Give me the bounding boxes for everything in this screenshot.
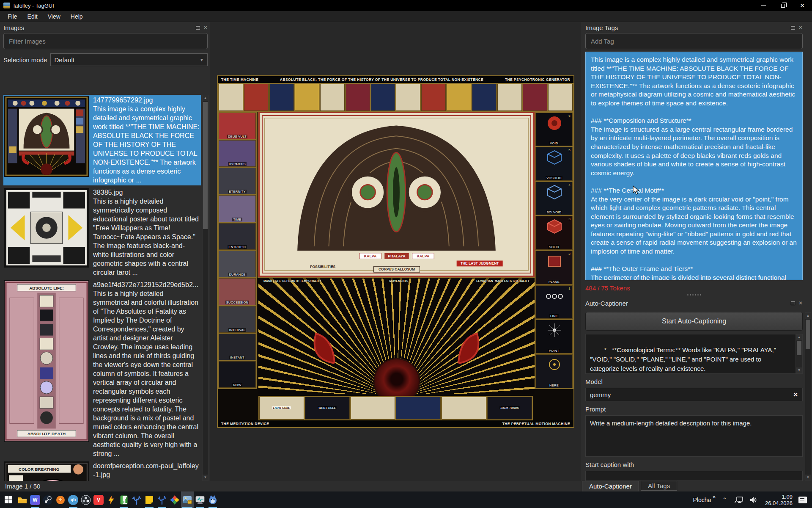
list-item[interactable]: COLOR BREATHING doorofperception.com-pau… — [3, 461, 201, 481]
scroll-up-icon[interactable]: ▲ — [203, 95, 208, 101]
scrollbar-handle[interactable] — [806, 320, 810, 349]
tab-auto-captioner[interactable]: Auto-Captioner — [582, 481, 639, 491]
svg-text:PRALAYA: PRALAYA — [388, 254, 406, 258]
model-select[interactable]: gemmy ✕ — [585, 388, 803, 401]
artwork-title-bottom-left: THE MEDITATION DEVICE — [221, 422, 269, 426]
image-list-scrollbar[interactable]: ▲ ▼ — [202, 95, 208, 481]
menu-bar: File Edit View Help — [0, 11, 812, 22]
float-panel-icon[interactable] — [791, 26, 795, 30]
list-item[interactable]: 1477799657292.jpg This image is a comple… — [3, 95, 201, 185]
window-title: lafolley - TagGUI — [14, 3, 54, 9]
show-hidden-icons[interactable]: ⌃ — [722, 497, 727, 503]
start-button[interactable] — [0, 491, 16, 508]
obs-studio-icon[interactable] — [80, 491, 92, 508]
winamp-icon[interactable] — [105, 491, 118, 508]
thumbnail: ABSOLUTE LIFE: ABSOLUTE DEATH — [4, 280, 89, 442]
taskbar: W qb V — [0, 491, 812, 508]
coral-app-2-icon[interactable] — [156, 491, 168, 508]
app-icon — [3, 3, 10, 8]
float-panel-icon[interactable] — [791, 301, 795, 305]
notification-center-icon[interactable] — [798, 497, 807, 503]
model-label: Model — [585, 378, 803, 385]
artwork-title-bottom-right: THE PERPETUAL MOTION MACHINE — [502, 422, 570, 426]
scroll-up-icon[interactable]: ▲ — [796, 334, 802, 340]
scroll-up-icon[interactable]: ▲ — [805, 313, 811, 319]
xnview-icon[interactable] — [54, 491, 67, 508]
mascot-app-icon[interactable] — [206, 491, 219, 508]
list-item[interactable]: 38385.jpg This is a highly detailed symm… — [3, 187, 201, 278]
item-filename: a9ae1f4d372e7129152d29ed5b2... — [93, 280, 200, 289]
svg-text:POSSIBILITIES: POSSIBILITIES — [310, 265, 336, 269]
start-auto-captioning-button[interactable]: Start Auto-Captioning — [585, 312, 803, 331]
vivaldi-icon[interactable]: V — [92, 491, 105, 508]
taggui-taskbar-icon[interactable] — [181, 491, 194, 508]
sticky-notes-icon[interactable] — [143, 491, 156, 508]
selection-mode-select[interactable]: Default ▼ — [50, 53, 208, 66]
menu-help[interactable]: Help — [66, 12, 87, 21]
close-panel-icon[interactable]: ✕ — [203, 25, 208, 30]
artwork-title-top-right: THE PSYCHOTRONIC GENERATOR — [505, 77, 570, 82]
qbittorrent-icon[interactable]: qb — [67, 491, 80, 508]
caption-console[interactable]: * **Cosmological Terms:** Words like "KA… — [585, 334, 803, 374]
toolbar-expand-icon[interactable]: » — [713, 494, 716, 500]
scroll-down-icon[interactable]: ▼ — [203, 475, 208, 480]
network-icon[interactable] — [735, 497, 743, 503]
console-scrollbar[interactable]: ▲ ▼ — [796, 334, 802, 373]
svg-text:CORPUS CALLOSUM: CORPUS CALLOSUM — [379, 267, 415, 271]
tab-all-tags[interactable]: All Tags — [641, 481, 677, 491]
scrollbar-handle[interactable] — [797, 341, 801, 355]
close-panel-icon[interactable]: ✕ — [798, 301, 803, 306]
svg-text:KALPA: KALPA — [364, 254, 377, 258]
mouse-cursor — [633, 185, 640, 196]
minimize-button[interactable] — [754, 0, 773, 11]
artwork-title-top-center: ABSOLUTE BLACK: THE FORCE OF THE HISTORY… — [280, 77, 483, 82]
notes-chart-app-icon[interactable] — [118, 491, 130, 508]
filter-images-input[interactable] — [3, 33, 208, 49]
menu-view[interactable]: View — [44, 12, 65, 21]
tray-time: 1:09 — [765, 494, 793, 500]
auto-captioner-title: Auto-Captioner — [585, 300, 628, 307]
start-caption-label: Start caption with — [585, 461, 803, 468]
item-filename: 1477799657292.jpg — [93, 96, 200, 105]
item-description: This image is a complex highly detailed … — [93, 105, 200, 185]
start-caption-input[interactable] — [585, 471, 803, 481]
system-monitor-icon[interactable] — [194, 491, 206, 508]
svg-text:KALPA: KALPA — [417, 254, 430, 258]
scroll-down-icon[interactable]: ▼ — [805, 475, 811, 480]
tag-text-block[interactable]: This image is a complex highly detailed … — [585, 52, 803, 280]
item-filename: 38385.jpg — [93, 188, 200, 197]
image-viewer: THE TIME MACHINE ABSOLUTE BLACK: THE FOR… — [210, 22, 581, 481]
windows-logo-icon — [5, 496, 12, 503]
artwork-title-top-left: THE TIME MACHINE — [221, 77, 258, 82]
list-item[interactable]: ABSOLUTE LIFE: ABSOLUTE DEATH — [3, 279, 201, 459]
clock[interactable]: 1:09 26.04.2026 — [765, 494, 793, 506]
prompt-textarea[interactable]: Write a medium-length detailed descripti… — [585, 415, 803, 457]
volume-icon[interactable] — [750, 497, 757, 503]
item-filename: doorofperception.com-paul_laffoley-1.jpg — [93, 461, 200, 479]
scrollbar-handle[interactable] — [203, 102, 208, 229]
close-icon: ✕ — [800, 3, 805, 8]
close-button[interactable]: ✕ — [793, 0, 812, 11]
add-tag-input[interactable] — [585, 33, 803, 49]
restore-button[interactable] — [773, 0, 793, 11]
w-app-icon[interactable]: W — [29, 491, 41, 508]
artwork-right-tiers: VOID6 VOSOLID5 SOLVOID4 SOLID3 — [535, 112, 573, 389]
float-panel-icon[interactable] — [196, 26, 200, 30]
splitter-handle[interactable] — [585, 292, 803, 298]
menu-edit[interactable]: Edit — [23, 12, 42, 21]
clear-model-icon[interactable]: ✕ — [793, 391, 798, 398]
artwork-top-band — [218, 83, 573, 112]
image-list: 1477799657292.jpg This image is a comple… — [3, 95, 201, 481]
coral-app-icon[interactable] — [130, 491, 143, 508]
file-explorer-icon[interactable] — [16, 491, 29, 508]
images-panel: Images ✕ Selection mode Default ▼ — [0, 22, 210, 481]
desktop-toolbar-label[interactable]: Plocha — [693, 497, 711, 503]
title-bar: lafolley - TagGUI ✕ — [0, 0, 812, 11]
kaleidoscope-app-icon[interactable] — [168, 491, 181, 508]
close-panel-icon[interactable]: ✕ — [798, 25, 803, 30]
chevron-down-icon: ▼ — [200, 58, 204, 62]
scroll-down-icon[interactable]: ▼ — [796, 367, 802, 373]
steam-icon[interactable] — [41, 491, 54, 508]
menu-file[interactable]: File — [3, 12, 22, 21]
auto-captioner-scrollbar[interactable]: ▲ ▼ — [805, 312, 811, 481]
